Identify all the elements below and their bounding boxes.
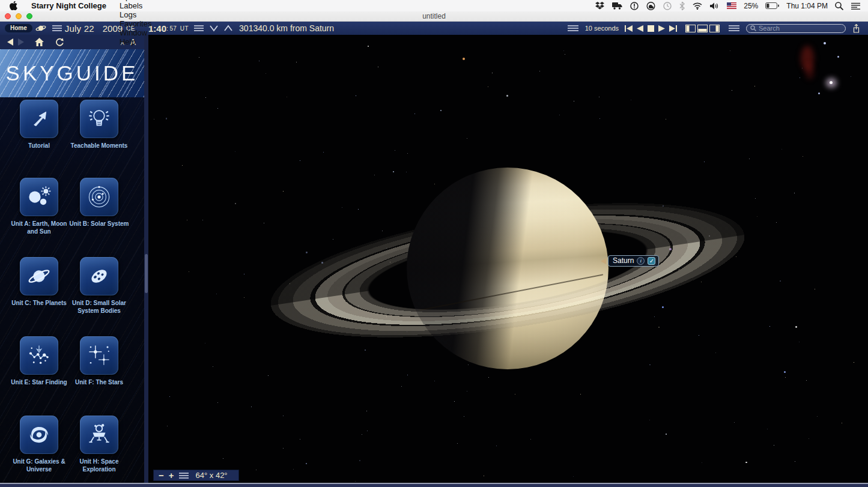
panel-left-toggle[interactable] [685, 25, 696, 32]
star [666, 434, 667, 435]
time-seconds[interactable]: : 57 [166, 25, 177, 32]
sidebar-tile-unit-a-earth-moon-and-sun[interactable]: Unit A: Earth, Moon and Sun [6, 178, 72, 235]
star [244, 297, 244, 298]
star [187, 220, 187, 220]
star [266, 73, 266, 74]
step-back-button[interactable] [637, 25, 643, 32]
menu-item-help[interactable]: Help [113, 37, 158, 46]
star [782, 149, 782, 150]
star [785, 377, 786, 378]
star [704, 162, 705, 162]
star [803, 156, 803, 157]
label-checkbox[interactable]: ✓ [648, 257, 655, 265]
sidebar-tile-unit-d-small-solar-system-bodies[interactable]: Unit D: Small Solar System Bodies [66, 257, 132, 315]
nebula [806, 64, 814, 79]
sidebar-tile-teachable-moments[interactable]: Teachable Moments [66, 100, 132, 150]
zoom-out-button[interactable]: − [159, 471, 164, 480]
dropbox-icon[interactable] [593, 2, 606, 10]
saturn-icon[interactable] [20, 257, 58, 295]
star [235, 151, 235, 152]
solar-system-icon[interactable] [80, 178, 118, 216]
menu-item-labels[interactable]: Labels [113, 1, 158, 10]
star [440, 110, 442, 111]
menu-item-logs[interactable]: Logs [113, 10, 158, 19]
constellation-arrow-icon[interactable] [20, 336, 58, 375]
time-flow-menu-icon[interactable] [565, 25, 581, 32]
chevron-up-icon[interactable] [221, 25, 235, 32]
time-menu-icon[interactable] [191, 25, 207, 32]
zoom-in-button[interactable]: + [169, 471, 174, 480]
skip-to-end-button[interactable] [669, 25, 677, 32]
tile-label: Teachable Moments [71, 142, 128, 150]
star [488, 377, 489, 378]
star [574, 101, 574, 101]
sidebar-tile-unit-b-solar-system[interactable]: Unit B: Solar System [66, 178, 132, 228]
menu-item-app-name[interactable]: Starry Night College [25, 0, 113, 11]
skip-to-start-button[interactable] [625, 25, 633, 32]
star [484, 476, 484, 476]
cursor-arrow-icon[interactable] [20, 100, 58, 138]
sidebar-divider [144, 35, 148, 483]
sidebar-tile-tutorial[interactable]: Tutorial [6, 100, 72, 150]
stop-button[interactable] [648, 25, 654, 32]
alert-circle-icon[interactable] [628, 2, 640, 10]
tile-label: Unit B: Solar System [70, 220, 129, 228]
panel-bottom-toggle[interactable] [697, 25, 708, 32]
earth-moon-sun-icon[interactable] [20, 178, 58, 216]
star [851, 76, 851, 77]
us-flag-icon[interactable] [725, 2, 738, 9]
star [374, 175, 375, 175]
lightbulb-icon[interactable] [80, 100, 118, 138]
panel-right-toggle[interactable] [709, 25, 720, 32]
home-button[interactable]: Home [5, 24, 32, 32]
sidebar-tile-unit-f-the-stars[interactable]: Unit F: The Stars [66, 336, 132, 387]
time-machine-icon[interactable] [661, 2, 673, 10]
date-display[interactable]: July 22 [65, 23, 94, 34]
menu-item-window[interactable]: Window [113, 28, 158, 37]
info-icon[interactable]: i [637, 257, 645, 265]
home-icon[interactable] [35, 38, 44, 46]
stars-icon[interactable] [80, 336, 118, 375]
chevron-down-icon[interactable] [207, 25, 221, 32]
play-button[interactable] [658, 25, 665, 32]
sidebar-scrollbar[interactable] [145, 254, 148, 293]
menu-item-favorites[interactable]: Favorites [113, 19, 158, 28]
saturn-label[interactable]: Saturn i ✓ [608, 255, 659, 267]
menu-bar-clock[interactable]: Thu 1:04 PM [785, 2, 829, 10]
back-button[interactable] [7, 38, 13, 46]
star [769, 326, 770, 327]
volume-icon[interactable] [708, 2, 721, 10]
search-input[interactable]: Search [746, 24, 846, 33]
galaxy-icon[interactable] [20, 416, 58, 454]
tile-label: Unit A: Earth, Moon and Sun [6, 220, 72, 235]
share-icon[interactable] [849, 24, 863, 33]
star [300, 160, 300, 161]
star [189, 271, 189, 272]
sidebar-tile-unit-c-the-planets[interactable]: Unit C: The Planets [6, 257, 72, 307]
sidebar-tile-unit-e-star-finding[interactable]: Unit E: Star Finding [6, 336, 72, 387]
notification-center-icon[interactable] [849, 2, 862, 10]
forward-button[interactable] [18, 38, 24, 46]
creative-cloud-icon[interactable] [645, 2, 657, 10]
delivery-truck-icon[interactable] [610, 2, 624, 10]
timezone-display[interactable]: UT [180, 25, 189, 32]
bluetooth-icon[interactable] [678, 2, 687, 10]
sidebar-tile-unit-h-space-exploration[interactable]: Unit H: Space Exploration [66, 416, 132, 473]
view-options-menu-icon[interactable] [726, 25, 742, 32]
lunar-lander-icon[interactable] [80, 416, 118, 454]
star [854, 362, 854, 363]
star [393, 171, 394, 172]
fov-menu-icon[interactable] [179, 472, 189, 479]
sidebar-tile-unit-g-galaxies-universe[interactable]: Unit G: Galaxies & Universe [6, 416, 72, 473]
time-step-value[interactable]: 10 seconds [585, 25, 619, 32]
star [287, 97, 287, 97]
wifi-icon[interactable] [691, 2, 704, 10]
sky-viewport[interactable]: Saturn i ✓ − + 64° x 42° [148, 35, 868, 483]
apple-icon[interactable] [0, 1, 25, 10]
viewing-location-icon[interactable] [32, 23, 49, 33]
date-menu-icon[interactable] [49, 25, 65, 32]
refresh-icon[interactable] [55, 38, 64, 47]
spotlight-search-icon[interactable] [833, 2, 845, 10]
star [496, 446, 497, 446]
asteroid-icon[interactable] [80, 257, 118, 295]
